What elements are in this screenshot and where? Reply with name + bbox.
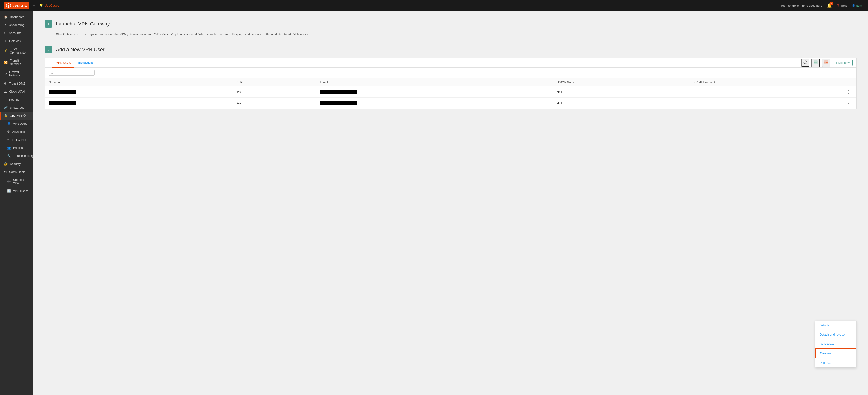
vpn-users-table-section: VPN Users Instructions (45, 58, 857, 109)
col-actions (841, 78, 856, 86)
sidebar-item-create-vpc[interactable]: ➕ Create a VPC (0, 176, 33, 187)
step1-badge: 1 (45, 20, 52, 28)
use-cases-link[interactable]: 💡 UseCases (39, 4, 60, 7)
app-body: 🏠 Dashboard ✈ Onboarding ⚙ Accounts 🖥 Ga… (0, 11, 868, 395)
sidebar-item-dashboard[interactable]: 🏠 Dashboard (0, 13, 33, 21)
sidebar-item-label: Edit Config (12, 138, 26, 141)
sidebar-item-label: Dashboard (10, 15, 25, 19)
cloud-icon: ☁ (4, 90, 7, 93)
search-input[interactable] (55, 71, 93, 74)
use-cases-label: UseCases (44, 4, 60, 7)
table-toolbar-actions: XLS CSV + Add new (801, 59, 852, 67)
sidebar-item-openvpn[interactable]: 🔒 OpenVPN® (0, 111, 33, 120)
refresh-button[interactable] (801, 59, 809, 67)
advanced-icon: ⚙ (7, 130, 10, 133)
search-box (49, 70, 95, 75)
sidebar-item-vpc-tracker[interactable]: 📊 VPC Tracker (0, 187, 33, 195)
aviatrix-logo-icon (6, 3, 11, 8)
sidebar-item-onboarding[interactable]: ✈ Onboarding (0, 21, 33, 29)
tools-icon: 🛠 (4, 170, 7, 174)
sidebar-item-label: VPN Users (13, 122, 27, 125)
sidebar-item-edit-config[interactable]: ✏ Edit Config (0, 136, 33, 144)
row-actions-button-2[interactable]: ⋮ (844, 100, 852, 106)
vpn-icon: 🔒 (4, 114, 8, 117)
navbar: aviatrix ≡ 💡 UseCases Your controller na… (0, 0, 868, 11)
row-actions-button-1[interactable]: ⋮ (844, 89, 852, 95)
context-menu-download[interactable]: Download (815, 349, 856, 358)
sidebar-item-label: Profiles (13, 146, 23, 150)
menu-icon[interactable]: ≡ (33, 3, 36, 8)
col-lb-gw: LB/GW Name (553, 78, 691, 86)
sidebar-item-tgw[interactable]: ⚡ TGW Orchestrator (0, 45, 33, 57)
sidebar-item-useful-tools[interactable]: 🛠 Useful Tools (0, 168, 33, 176)
context-menu-detach-revoke[interactable]: Detach and revoke (815, 330, 856, 339)
refresh-icon (803, 60, 807, 64)
firewall-icon: 🛡 (4, 72, 7, 75)
logo[interactable]: aviatrix (4, 2, 29, 9)
onboarding-icon: ✈ (4, 23, 6, 27)
sidebar-item-accounts[interactable]: ⚙ Accounts (0, 29, 33, 37)
sidebar-item-label: Advanced (12, 130, 25, 133)
context-menu: Detach Detach and revoke Re-issue... Dow… (815, 321, 857, 367)
export-icon-1: XLS (813, 60, 818, 65)
sidebar-item-label: Site2Cloud (10, 106, 25, 109)
user-icon: 👤 (7, 122, 11, 125)
sidebar-item-label: Peering (9, 98, 20, 101)
context-menu-detach[interactable]: Detach (815, 321, 856, 330)
profiles-icon: 👥 (7, 146, 11, 150)
sidebar-item-advanced[interactable]: ⚙ Advanced (0, 128, 33, 136)
search-icon (51, 71, 54, 74)
sidebar-item-label: Cloud WAN (9, 90, 25, 93)
context-menu-delete[interactable]: Delete... (815, 358, 856, 367)
transit-icon: 🔀 (4, 61, 8, 64)
redacted-name-2 (49, 101, 76, 105)
home-icon: 🏠 (4, 15, 8, 19)
col-name: Name ▲ (45, 78, 232, 86)
admin-link[interactable]: 👤 admin (852, 4, 864, 7)
sidebar-item-profiles[interactable]: 👥 Profiles (0, 144, 33, 152)
cell-lb-gw: elb1 (553, 98, 691, 109)
accounts-icon: ⚙ (4, 31, 7, 35)
export-icon-2: CSV (824, 60, 829, 65)
sidebar-item-peering[interactable]: ↔ Peering (0, 96, 33, 104)
sidebar-item-cloud-wan[interactable]: ☁ Cloud WAN (0, 88, 33, 96)
col-email: Email (317, 78, 553, 86)
security-icon: 🔐 (4, 162, 8, 166)
sidebar-item-label: Gateway (9, 39, 21, 43)
redacted-email-1 (320, 90, 357, 94)
edit-icon: ✏ (7, 138, 10, 141)
tracker-icon: 📊 (7, 189, 11, 193)
notification-bell[interactable]: 🔔 2 (827, 3, 832, 8)
export-button-1[interactable]: XLS (811, 59, 820, 67)
tab-vpn-users[interactable]: VPN Users (53, 58, 74, 68)
sidebar-item-troubleshooting[interactable]: 🔧 Troubleshooting (0, 152, 33, 160)
redacted-email-2 (320, 101, 357, 105)
step1-title: Launch a VPN Gateway (56, 21, 110, 27)
cell-lb-gw: elb1 (553, 86, 691, 98)
add-new-button[interactable]: + Add new (833, 60, 852, 66)
sidebar-item-label: Troubleshooting (13, 154, 33, 158)
step2-badge: 2 (45, 46, 52, 53)
sidebar-item-label: VPC Tracker (13, 190, 29, 193)
cell-saml (691, 98, 841, 109)
sidebar-item-transit-dmz[interactable]: ⚙ Transit DMZ (0, 79, 33, 88)
sidebar-item-security[interactable]: 🔐 Security (0, 160, 33, 168)
sidebar-item-firewall-network[interactable]: 🛡 Firewall Network (0, 68, 33, 79)
cell-name (45, 98, 232, 109)
sidebar-item-site2cloud[interactable]: 🔗 Site2Cloud (0, 104, 33, 111)
sidebar-item-transit-network[interactable]: 🔀 Transit Network (0, 57, 33, 68)
main-content: 1 Launch a VPN Gateway Click Gateway on … (33, 11, 868, 395)
step1-header: 1 Launch a VPN Gateway (45, 20, 857, 28)
tab-instructions[interactable]: Instructions (74, 58, 97, 68)
export-button-2[interactable]: CSV (822, 59, 830, 67)
step2-section: 2 Add a New VPN User VPN Users Instructi… (45, 46, 857, 109)
help-link[interactable]: ❓ Help (837, 4, 847, 7)
cell-row-actions-1: ⋮ (841, 86, 856, 98)
notification-badge: 2 (830, 2, 833, 5)
table-tabs: VPN Users Instructions (49, 58, 101, 67)
sidebar-item-gateway[interactable]: 🖥 Gateway (0, 37, 33, 45)
cell-profile: Dev (232, 86, 316, 98)
tgw-icon: ⚡ (4, 49, 8, 53)
sidebar-item-vpn-users[interactable]: 👤 VPN Users (0, 120, 33, 128)
context-menu-reissue[interactable]: Re-issue... (815, 339, 856, 349)
